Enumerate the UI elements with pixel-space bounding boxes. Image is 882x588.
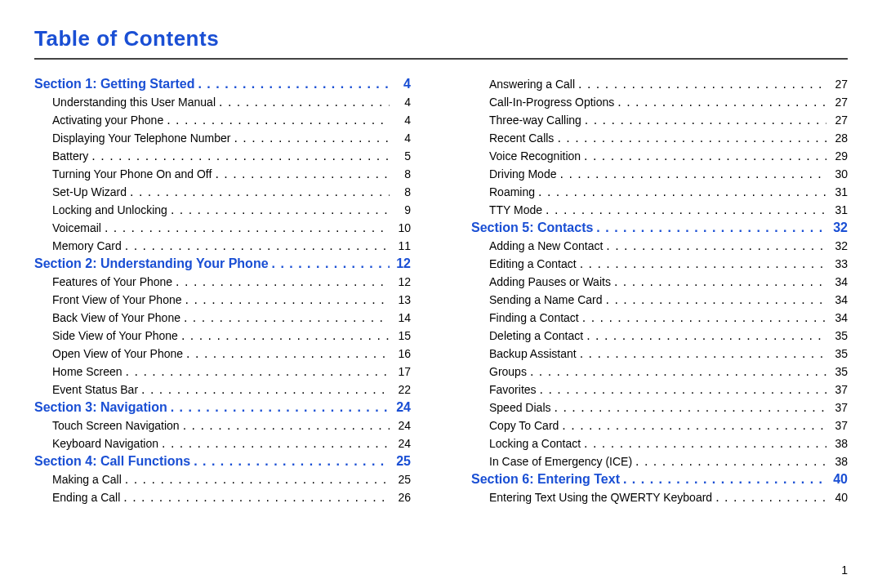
toc-section[interactable]: Section 1: Getting Started4 bbox=[34, 78, 411, 91]
toc-page: 34 bbox=[830, 294, 848, 305]
toc-entry[interactable]: Three-way Calling27 bbox=[471, 114, 848, 127]
page-title: Table of Contents bbox=[34, 26, 848, 51]
toc-entry[interactable]: Ending a Call26 bbox=[34, 491, 411, 504]
toc-section[interactable]: Section 2: Understanding Your Phone12 bbox=[34, 257, 411, 270]
toc-label: Event Status Bar bbox=[52, 384, 138, 395]
toc-entry[interactable]: Copy To Card37 bbox=[471, 419, 848, 432]
toc-page: 35 bbox=[830, 348, 848, 359]
toc-entry[interactable]: Answering a Call27 bbox=[471, 78, 848, 91]
toc-entry[interactable]: Editing a Contact33 bbox=[471, 257, 848, 270]
leader-dots bbox=[585, 114, 826, 127]
toc-entry[interactable]: Deleting a Contact35 bbox=[471, 329, 848, 342]
toc-entry[interactable]: Call-In-Progress Options27 bbox=[471, 96, 848, 109]
toc-label: Speed Dials bbox=[489, 402, 551, 413]
toc-entry[interactable]: Making a Call25 bbox=[34, 473, 411, 486]
toc-entry[interactable]: Entering Text Using the QWERTY Keyboard4… bbox=[471, 491, 848, 504]
toc-entry[interactable]: Back View of Your Phone14 bbox=[34, 311, 411, 324]
toc-label: Deleting a Contact bbox=[489, 330, 583, 341]
toc-section[interactable]: Section 5: Contacts32 bbox=[471, 221, 848, 234]
toc-page: 37 bbox=[830, 384, 848, 395]
toc-column-right: Answering a Call27Call-In-Progress Optio… bbox=[471, 73, 848, 509]
toc-entry[interactable]: Turning Your Phone On and Off8 bbox=[34, 167, 411, 180]
toc-entry[interactable]: Set-Up Wizard8 bbox=[34, 185, 411, 198]
toc-entry[interactable]: Event Status Bar22 bbox=[34, 383, 411, 396]
toc-entry[interactable]: Adding Pauses or Waits34 bbox=[471, 275, 848, 288]
toc-entry[interactable]: Activating your Phone4 bbox=[34, 114, 411, 127]
toc-page: 14 bbox=[393, 312, 411, 323]
toc-entry[interactable]: Finding a Contact34 bbox=[471, 311, 848, 324]
toc-entry[interactable]: Side View of Your Phone15 bbox=[34, 329, 411, 342]
toc-entry[interactable]: In Case of Emergency (ICE)38 bbox=[471, 455, 848, 468]
leader-dots bbox=[234, 131, 390, 145]
toc-entry[interactable]: Voice Recognition29 bbox=[471, 149, 848, 163]
toc-page: 24 bbox=[393, 438, 411, 449]
leader-dots bbox=[125, 473, 390, 486]
leader-dots bbox=[562, 419, 826, 432]
toc-entry[interactable]: Locking a Contact38 bbox=[471, 437, 848, 450]
toc-label: Features of Your Phone bbox=[52, 276, 172, 287]
toc-entry[interactable]: Keyboard Navigation24 bbox=[34, 437, 411, 450]
toc-entry[interactable]: TTY Mode31 bbox=[471, 203, 848, 216]
toc-entry[interactable]: Voicemail10 bbox=[34, 221, 411, 234]
toc-page: 27 bbox=[830, 114, 848, 126]
toc-label: Back View of Your Phone bbox=[52, 312, 180, 323]
toc-page: 24 bbox=[393, 420, 411, 431]
toc-page: 29 bbox=[830, 150, 848, 162]
toc-page: 5 bbox=[393, 150, 411, 162]
toc-label: Adding Pauses or Waits bbox=[489, 276, 611, 287]
toc-page: 31 bbox=[830, 186, 848, 198]
toc-entry[interactable]: Battery5 bbox=[34, 149, 411, 163]
toc-label: Voice Recognition bbox=[489, 150, 581, 162]
toc-label: Understanding this User Manual bbox=[52, 96, 216, 108]
toc-entry[interactable]: Roaming31 bbox=[471, 185, 848, 198]
toc-entry[interactable]: Recent Calls28 bbox=[471, 131, 848, 145]
toc-entry[interactable]: Groups35 bbox=[471, 365, 848, 378]
toc-entry[interactable]: Understanding this User Manual4 bbox=[34, 96, 411, 109]
toc-entry[interactable]: Features of Your Phone12 bbox=[34, 275, 411, 288]
toc-entry[interactable]: Displaying Your Telephone Number4 bbox=[34, 131, 411, 145]
toc-page: 25 bbox=[393, 474, 411, 485]
toc-label: Keyboard Navigation bbox=[52, 438, 158, 449]
toc-entry[interactable]: Front View of Your Phone13 bbox=[34, 293, 411, 306]
toc-page: 34 bbox=[830, 276, 848, 287]
toc-entry[interactable]: Home Screen17 bbox=[34, 365, 411, 378]
toc-label: Open View of Your Phone bbox=[52, 348, 183, 359]
toc-entry[interactable]: Driving Mode30 bbox=[471, 167, 848, 180]
toc-label: Locking a Contact bbox=[489, 438, 581, 449]
toc-entry[interactable]: Backup Assistant35 bbox=[471, 347, 848, 360]
toc-page: 8 bbox=[393, 168, 411, 180]
leader-dots bbox=[530, 365, 826, 378]
toc-label: Making a Call bbox=[52, 474, 122, 485]
toc-section[interactable]: Section 4: Call Functions25 bbox=[34, 455, 411, 468]
leader-dots bbox=[559, 167, 826, 180]
toc-entry[interactable]: Touch Screen Navigation24 bbox=[34, 419, 411, 432]
toc-entry[interactable]: Open View of Your Phone16 bbox=[34, 347, 411, 360]
leader-dots bbox=[183, 419, 390, 432]
leader-dots bbox=[185, 293, 390, 306]
toc-entry[interactable]: Locking and Unlocking9 bbox=[34, 203, 411, 216]
leader-dots bbox=[176, 275, 390, 288]
leader-dots bbox=[606, 293, 826, 306]
toc-page: 4 bbox=[393, 114, 411, 126]
toc-entry[interactable]: Adding a New Contact32 bbox=[471, 239, 848, 252]
toc-section[interactable]: Section 6: Entering Text40 bbox=[471, 473, 848, 486]
toc-page: 27 bbox=[830, 96, 848, 108]
leader-dots bbox=[162, 437, 390, 450]
toc-page: 40 bbox=[830, 492, 848, 503]
leader-dots bbox=[580, 347, 826, 360]
leader-dots bbox=[623, 473, 826, 486]
toc-label: Voicemail bbox=[52, 222, 101, 234]
toc-label: Roaming bbox=[489, 186, 535, 198]
toc-entry[interactable]: Favorites37 bbox=[471, 383, 848, 396]
leader-dots bbox=[540, 383, 826, 396]
leader-dots bbox=[596, 221, 826, 234]
leader-dots bbox=[215, 167, 390, 180]
toc-entry[interactable]: Speed Dials37 bbox=[471, 401, 848, 414]
toc-label: In Case of Emergency (ICE) bbox=[489, 456, 632, 467]
toc-entry[interactable]: Memory Card11 bbox=[34, 239, 411, 252]
toc-entry[interactable]: Sending a Name Card34 bbox=[471, 293, 848, 306]
toc-page: 28 bbox=[830, 132, 848, 144]
toc-page: 35 bbox=[830, 366, 848, 377]
leader-dots bbox=[184, 311, 390, 324]
toc-section[interactable]: Section 3: Navigation24 bbox=[34, 401, 411, 414]
